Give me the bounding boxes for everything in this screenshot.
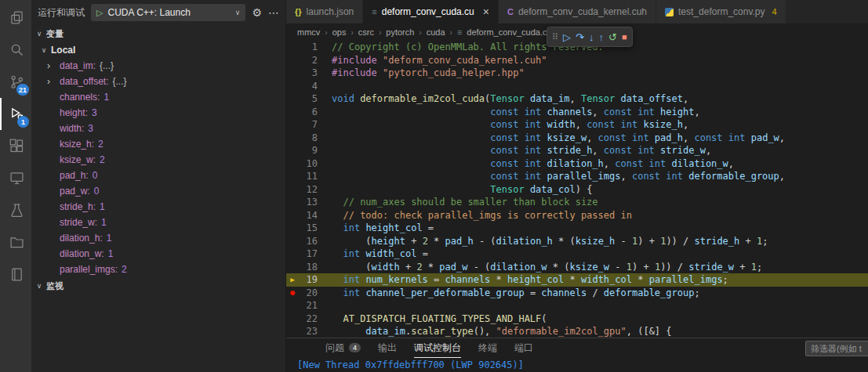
- code-line[interactable]: 8 const int ksize_w, const int pad_h, co…: [286, 132, 868, 145]
- tab-test_deform_conv.py[interactable]: test_deform_conv.py4: [656, 0, 786, 23]
- breadcrumb-item[interactable]: cuda: [427, 27, 445, 37]
- gutter-space[interactable]: [286, 222, 299, 235]
- step-over-button[interactable]: ↷: [576, 32, 584, 42]
- code-line[interactable]: 10 const int dilation_h, const int dilat…: [286, 157, 868, 171]
- panel-tab-输出[interactable]: 输出: [378, 338, 397, 358]
- variable-row[interactable]: channels:1: [31, 89, 285, 105]
- gutter-space[interactable]: [286, 170, 299, 183]
- code-line[interactable]: 12 Tensor data_col) {: [286, 183, 868, 197]
- activity-search-button[interactable]: [0, 34, 31, 66]
- code-line[interactable]: 6 const int channels, const int height,: [286, 106, 868, 119]
- gutter-space[interactable]: [286, 196, 299, 209]
- activity-test-button[interactable]: [0, 194, 31, 226]
- code-line[interactable]: 23 data_im.scalar_type(), "deformable_im…: [286, 325, 868, 338]
- activity-run-debug-button[interactable]: 1: [0, 98, 31, 130]
- gutter-space[interactable]: [286, 41, 299, 54]
- gear-icon[interactable]: ⚙: [252, 6, 262, 19]
- breakpoint-icon[interactable]: ●: [286, 287, 299, 300]
- code-line[interactable]: 13 // num_axes should be smaller than bl…: [286, 196, 868, 209]
- gutter-space[interactable]: [286, 209, 299, 222]
- breadcrumb-item[interactable]: pytorch: [386, 27, 414, 37]
- restart-button[interactable]: ↺: [608, 32, 617, 42]
- variable-row[interactable]: ksize_w:2: [31, 152, 285, 168]
- code-line[interactable]: 22 AT_DISPATCH_FLOATING_TYPES_AND_HALF(: [286, 312, 868, 326]
- gutter-space[interactable]: [286, 247, 299, 261]
- code-line[interactable]: 9 const int stride_h, const int stride_w…: [286, 144, 868, 157]
- panel-tab-调试控制台[interactable]: 调试控制台: [414, 338, 461, 358]
- more-actions-icon[interactable]: ⋯: [268, 6, 279, 19]
- variable-row[interactable]: dilation_h:1: [31, 230, 285, 246]
- code-line[interactable]: 7 const int width, const int ksize_h,: [286, 118, 868, 132]
- activity-explorer-button[interactable]: [0, 2, 31, 34]
- gutter-space[interactable]: [286, 312, 299, 326]
- breadcrumb-item[interactable]: mmcv: [297, 27, 320, 37]
- gutter-space[interactable]: [286, 157, 299, 171]
- stop-button[interactable]: ■: [622, 33, 627, 42]
- gutter-space[interactable]: [286, 132, 299, 145]
- variable-row[interactable]: height:3: [31, 105, 285, 121]
- activity-source-control-button[interactable]: 21: [0, 66, 31, 98]
- activity-extensions-button[interactable]: [0, 130, 31, 162]
- code-line[interactable]: 3#include "pytorch_cuda_helper.hpp": [286, 67, 868, 80]
- launch-config-dropdown[interactable]: ▷ CUDA C++: Launch ∨: [91, 4, 245, 21]
- variable-row[interactable]: width:3: [31, 121, 285, 136]
- variable-row[interactable]: stride_h:1: [31, 199, 285, 215]
- code-line[interactable]: 14 // todo: check parallel_imgs is corre…: [286, 209, 868, 222]
- variable-row[interactable]: dilation_w:1: [31, 246, 285, 262]
- code-line[interactable]: ●20 int channel_per_deformable_group = c…: [286, 287, 868, 300]
- code-line[interactable]: 17 int width_col =: [286, 247, 868, 261]
- panel-tab-终端[interactable]: 终端: [478, 338, 497, 358]
- step-out-button[interactable]: ↑: [598, 32, 604, 42]
- code-line[interactable]: 2#include "deform_conv_cuda_kernel.cuh": [286, 54, 868, 67]
- gutter-space[interactable]: [286, 261, 299, 274]
- tab-launch.json[interactable]: {}launch.json: [286, 0, 363, 23]
- code-line[interactable]: 11 const int parallel_imgs, const int de…: [286, 170, 868, 183]
- gutter-space[interactable]: [286, 235, 299, 248]
- watch-section-header[interactable]: ∨ 监视: [31, 277, 285, 294]
- code-line[interactable]: 16 (height + 2 * pad_h - (dilation_h * (…: [286, 235, 868, 248]
- variable-row[interactable]: parallel_imgs:2: [31, 262, 285, 277]
- gutter-space[interactable]: [286, 144, 299, 157]
- gutter-space[interactable]: [286, 299, 299, 312]
- tab-deform_conv_cuda_kernel.cuh[interactable]: Cdeform_conv_cuda_kernel.cuh: [499, 0, 656, 23]
- scope-local-row[interactable]: ∨ Local: [31, 42, 285, 58]
- filter-input[interactable]: 筛选器(例如 t: [805, 341, 868, 356]
- gutter-space[interactable]: [286, 92, 299, 106]
- gutter-space[interactable]: [286, 80, 299, 93]
- code-line[interactable]: 5void deformable_im2col_cuda(Tensor data…: [286, 92, 868, 106]
- code-line[interactable]: 4: [286, 80, 868, 93]
- gutter-space[interactable]: [286, 67, 299, 80]
- variable-row[interactable]: stride_w:1: [31, 215, 285, 230]
- variable-row[interactable]: ksize_h:2: [31, 136, 285, 152]
- continue-button[interactable]: ▷: [563, 32, 571, 42]
- gutter-space[interactable]: [286, 106, 299, 119]
- code-line[interactable]: 21: [286, 299, 868, 312]
- execution-pointer-icon[interactable]: ▶: [286, 273, 299, 287]
- breadcrumb-file[interactable]: deform_conv_cuda.cu: [467, 27, 551, 37]
- tab-deform_conv_cuda.cu[interactable]: ≡deform_conv_cuda.cu×: [363, 0, 499, 23]
- drag-handle-icon[interactable]: ⠿: [552, 32, 558, 42]
- step-into-button[interactable]: ↓: [589, 32, 594, 42]
- close-icon[interactable]: ×: [483, 6, 489, 17]
- activity-folder-button[interactable]: [0, 226, 31, 258]
- gutter-space[interactable]: [286, 118, 299, 132]
- panel-tab-问题[interactable]: 问题4: [325, 338, 361, 358]
- variable-row[interactable]: pad_w:0: [31, 183, 285, 199]
- variable-row[interactable]: ›data_offset:{...}: [31, 74, 285, 89]
- variables-section-header[interactable]: ∨ 变量: [31, 25, 285, 42]
- gutter-space[interactable]: [286, 325, 299, 338]
- gutter-space[interactable]: [286, 183, 299, 197]
- breadcrumb-item[interactable]: csrc: [358, 27, 374, 37]
- activity-remote-button[interactable]: [0, 162, 31, 194]
- gutter-space[interactable]: [286, 54, 299, 67]
- start-debugging-icon[interactable]: ▷: [96, 8, 103, 18]
- panel-tab-端口[interactable]: 端口: [514, 338, 533, 358]
- activity-notebook-button[interactable]: [0, 258, 31, 291]
- variable-row[interactable]: pad_h:0: [31, 168, 285, 183]
- code-line[interactable]: 15 int height_col =: [286, 222, 868, 235]
- code-text: (height + 2 * pad_h - (dilation_h * (ksi…: [318, 235, 768, 248]
- code-line[interactable]: 18 (width + 2 * pad_w - (dilation_w * (k…: [286, 261, 868, 274]
- code-line[interactable]: ▶19 int num_kernels = channels * height_…: [286, 273, 868, 287]
- breadcrumb-item[interactable]: ops: [332, 27, 347, 37]
- variable-row[interactable]: ›data_im:{...}: [31, 58, 285, 74]
